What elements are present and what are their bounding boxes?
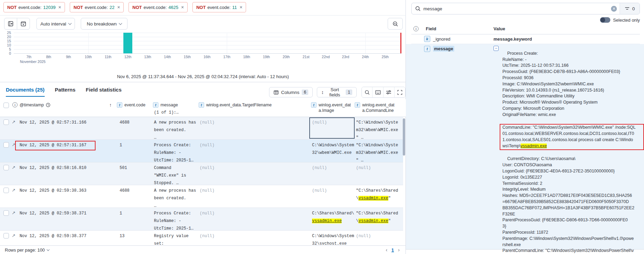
next-page-icon[interactable]: › (398, 247, 400, 253)
search-highlight: vssadmin.exe (358, 219, 388, 223)
x-axis-tick-label: 13th (140, 55, 156, 59)
row-checkbox[interactable] (3, 142, 9, 148)
display-options-button[interactable] (384, 87, 395, 97)
expand-document-icon[interactable]: ↗ (12, 119, 15, 125)
divider (0, 15, 406, 15)
field-type-text-icon: t (355, 102, 360, 108)
filter-lines-icon (625, 7, 630, 11)
x-axis-tick-label: 9th (60, 55, 77, 59)
field-search-input[interactable] (423, 3, 611, 14)
collapse-value-icon[interactable]: − (493, 46, 499, 51)
sort-fields-button[interactable]: ↕ Sort fields 1 (317, 87, 357, 97)
remove-filter-icon[interactable]: × (117, 4, 120, 10)
tab-patterns[interactable]: Patterns (55, 87, 76, 97)
current-time-marker (400, 33, 401, 53)
sort-icon: ↕ (321, 89, 324, 95)
column-header-commandline[interactable]: twinlog.event_dat a.CommandLine (355, 102, 395, 113)
table-row[interactable]: ↗ Nov 12, 2025 @ 02:59:38.363 4688 A new… (0, 185, 403, 208)
filter-pill[interactable]: NOTevent.code:22× (70, 2, 124, 12)
reset-chart-layout-button[interactable] (17, 18, 30, 30)
cell-commandline: (null) (356, 232, 401, 240)
fullscreen-button[interactable] (395, 87, 405, 97)
vertical-scrollbar[interactable] (403, 118, 405, 156)
row-checkbox[interactable] (3, 165, 9, 170)
remove-filter-icon[interactable]: × (181, 4, 184, 10)
columns-count-badge: 6 (302, 89, 308, 95)
table-footer: Rows per page: 100 ‹ 1 › (0, 245, 406, 254)
remove-filter-icon[interactable]: × (58, 4, 61, 10)
field-row-ignored[interactable]: k _ignored message.keyword (411, 34, 640, 44)
x-axis-tick-label: 10th (80, 55, 97, 59)
info-icon[interactable]: i (413, 26, 419, 31)
sort-asc-icon[interactable]: ↑ (109, 102, 112, 108)
table-row[interactable]: ↗ Nov 12, 2025 @ 02:58:16.810 501 Comman… (0, 162, 403, 185)
cell-commandline: (null) (356, 164, 401, 172)
chevron-down-icon (119, 21, 122, 25)
breakdown-dropdown[interactable]: No breakdown (81, 18, 127, 30)
columns-icon (274, 90, 279, 95)
table-row[interactable]: ↗ Nov 12, 2025 @ 02:59:38.377 13 Registr… (0, 231, 403, 245)
select-all-checkbox[interactable] (3, 103, 9, 108)
info-icon[interactable]: i (12, 102, 18, 107)
row-checkbox[interactable] (3, 210, 9, 216)
column-header-message[interactable]: tmessage (153, 102, 178, 108)
y-axis-tick-label: 0 (2, 51, 11, 55)
edit-visualization-button[interactable] (388, 18, 403, 30)
selected-only-toggle[interactable] (600, 17, 610, 23)
gridline (14, 41, 401, 41)
expand-document-icon[interactable]: ↗ (12, 165, 15, 170)
row-checkbox[interactable] (3, 233, 9, 239)
filter-pill[interactable]: NOTevent.code:12039× (3, 2, 65, 12)
tab-field-statistics[interactable]: Field statistics (86, 87, 122, 97)
field-filters-button[interactable]: 0 (620, 3, 640, 14)
filter-bar: NOTevent.code:12039× NOTevent.code:22× N… (3, 2, 246, 12)
interval-dropdown[interactable]: Auto interval (36, 18, 75, 30)
fields-table-header: i Field Value (411, 25, 640, 34)
column-header-targetfilename[interactable]: twinlog.event_data.TargetFilename (199, 102, 271, 108)
cell-timestamp: Nov 12, 2025 @ 02:59:38.371 (20, 210, 86, 217)
field-type-text-icon: t (153, 102, 158, 108)
cell-message: A new process has been created. … (154, 187, 199, 210)
search-in-table-button[interactable] (362, 87, 373, 97)
sliders-icon (386, 90, 391, 95)
table-row[interactable]: ↗ Nov 12, 2025 @ 02:57:31.166 4688 A new… (0, 117, 403, 140)
prev-page-icon[interactable]: ‹ (386, 247, 387, 253)
cell-targetfilename: (null) (200, 119, 248, 126)
rows-per-page-dropdown[interactable]: Rows per page: 100 (5, 247, 49, 253)
clear-search-icon[interactable]: ✕ (611, 6, 617, 12)
cell-image[interactable]: (null) (312, 119, 355, 126)
expand-document-icon[interactable]: ↗ (12, 233, 15, 238)
expand-document-icon[interactable]: ↗ (12, 210, 15, 215)
x-axis-tick-label: 21st (298, 55, 314, 59)
toggle-chart-panel-button[interactable] (4, 18, 17, 30)
gridline (14, 45, 401, 45)
row-checkbox[interactable] (3, 188, 9, 193)
keyboard-shortcuts-button[interactable] (373, 87, 384, 97)
histogram[interactable]: November 2025 7th8th9th10th11th12th13th1… (0, 29, 406, 65)
field-search-box[interactable]: ✕ 0 (411, 3, 640, 14)
chart-toolbar (4, 18, 30, 30)
histogram-bar[interactable] (123, 33, 132, 53)
cell-event-code: 1 (120, 141, 122, 149)
tab-documents[interactable]: Documents (25) (6, 87, 45, 97)
row-checkbox[interactable] (3, 119, 9, 125)
filter-pill[interactable]: NOTevent.code:11× (192, 2, 246, 12)
table-row[interactable]: ↗ Nov 12, 2025 @ 02:59:38.371 1 Process … (0, 208, 403, 231)
x-axis-tick-label: 17th (219, 55, 235, 59)
y-axis-tick-label: 25 (2, 31, 11, 35)
column-header-timestamp[interactable]: @timestamp (20, 102, 51, 108)
gridline (88, 33, 89, 53)
filter-pill[interactable]: NOTevent.code:4625× (129, 2, 188, 12)
table-row[interactable]: ↗ Nov 12, 2025 @ 02:57:31.167 1 Process … (0, 140, 403, 162)
column-header-image[interactable]: twinlog.event_dat a.Image (311, 102, 351, 113)
y-axis-tick-label: 10 (2, 43, 11, 47)
cell-image: (null) (312, 187, 355, 194)
column-header-event-code[interactable]: tevent.code (117, 102, 145, 108)
expand-document-icon[interactable]: ↗ (12, 188, 15, 193)
columns-button[interactable]: Columns 6 (269, 87, 313, 97)
y-axis-tick-label: 5 (2, 47, 11, 51)
search-highlight: vssadmin.exe (521, 144, 547, 148)
cell-targetfilename: (null) (200, 187, 248, 194)
remove-filter-icon[interactable]: × (240, 4, 242, 10)
page-number[interactable]: 1 (391, 247, 394, 253)
